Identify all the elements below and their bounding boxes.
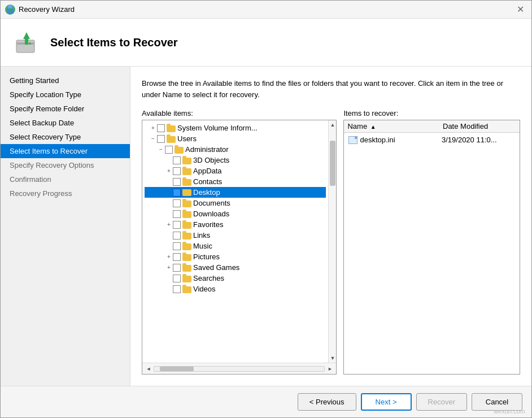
sidebar-item-specify-options: Specify Recovery Options bbox=[1, 158, 130, 172]
expander-appdata[interactable]: + bbox=[165, 167, 173, 175]
scroll-right-button[interactable]: ► bbox=[326, 364, 334, 373]
folder-icon-desktop bbox=[182, 189, 191, 196]
label-music: Music bbox=[193, 242, 212, 250]
folder-icon-pictures bbox=[182, 254, 191, 261]
sort-icon: ▲ bbox=[370, 124, 376, 130]
checkbox-music[interactable] bbox=[173, 242, 181, 250]
checkbox-contacts[interactable] bbox=[173, 178, 181, 186]
folder-icon-documents bbox=[182, 201, 191, 207]
sidebar-item-select-recovery-type[interactable]: Select Recovery Type bbox=[1, 130, 130, 144]
sidebar-item-select-items[interactable]: Select Items to Recover bbox=[1, 144, 130, 158]
wizard-header-icon bbox=[12, 28, 41, 57]
tree-item-pictures[interactable]: + Pictures bbox=[145, 251, 326, 262]
scroll-thumb[interactable] bbox=[330, 141, 335, 186]
folder-icon-favorites bbox=[182, 222, 191, 229]
recover-panel-wrapper: Items to recover: Name ▲ Date Modified bbox=[343, 109, 520, 375]
tree-item-searches[interactable]: + Searches bbox=[145, 273, 326, 284]
scroll-left-button[interactable]: ◄ bbox=[145, 364, 152, 373]
label-downloads: Downloads bbox=[193, 210, 229, 218]
checkbox-saved-games[interactable] bbox=[173, 264, 181, 272]
tree-item-appdata[interactable]: + AppData bbox=[145, 166, 326, 176]
checkbox-links[interactable] bbox=[173, 232, 181, 240]
tree-item-desktop[interactable]: + Desktop bbox=[145, 187, 326, 198]
recover-panel: Name ▲ Date Modified bbox=[343, 120, 520, 375]
checkbox-downloads[interactable] bbox=[173, 210, 181, 218]
sidebar-item-specify-remote[interactable]: Specify Remote Folder bbox=[1, 102, 130, 116]
checkbox-pictures[interactable] bbox=[173, 253, 181, 261]
label-administrator: Administrator bbox=[185, 145, 229, 154]
expander-system-volume[interactable]: + bbox=[149, 124, 157, 132]
checkbox-desktop[interactable] bbox=[173, 189, 181, 197]
sidebar-item-specify-location[interactable]: Specify Location Type bbox=[1, 88, 130, 102]
wizard-title: Select Items to Recover bbox=[50, 36, 178, 49]
checkbox-users[interactable] bbox=[157, 135, 165, 143]
tree-item-music[interactable]: + Music bbox=[145, 241, 326, 251]
recover-button[interactable]: Recover bbox=[416, 393, 467, 411]
label-videos: Videos bbox=[193, 285, 216, 293]
tree-item-favorites[interactable]: + Favorites bbox=[145, 219, 326, 230]
tree-item-saved-games[interactable]: + Saved Games bbox=[145, 262, 326, 273]
checkbox-searches[interactable] bbox=[173, 275, 181, 282]
scroll-up-button[interactable]: ▲ bbox=[329, 120, 337, 129]
tree-item-videos[interactable]: + Videos bbox=[145, 284, 326, 294]
folder-icon-users bbox=[167, 136, 176, 143]
tree-vertical-scrollbar[interactable]: ▲ ▼ bbox=[328, 120, 336, 363]
label-3d-objects: 3D Objects bbox=[193, 156, 229, 164]
checkbox-administrator[interactable] bbox=[165, 146, 173, 154]
h-scrollbar-track[interactable] bbox=[154, 366, 325, 372]
available-panel: + System Volume Inform... − bbox=[142, 120, 337, 375]
expander-users[interactable]: − bbox=[149, 135, 157, 143]
folder-icon-saved-games bbox=[182, 265, 191, 272]
label-documents: Documents bbox=[193, 199, 230, 207]
checkbox-videos[interactable] bbox=[173, 285, 181, 293]
folder-icon-administrator bbox=[175, 147, 184, 154]
checkbox-favorites[interactable] bbox=[173, 221, 181, 229]
scroll-down-button[interactable]: ▼ bbox=[329, 354, 337, 363]
previous-button[interactable]: < Previous bbox=[298, 393, 356, 411]
checkbox-appdata[interactable] bbox=[173, 167, 181, 175]
label-pictures: Pictures bbox=[193, 252, 220, 261]
tree-item-system-volume[interactable]: + System Volume Inform... bbox=[145, 123, 326, 133]
sidebar: Getting Started Specify Location Type Sp… bbox=[1, 67, 130, 386]
checkbox-system-volume[interactable] bbox=[157, 124, 165, 132]
checkbox-documents[interactable] bbox=[173, 199, 181, 207]
list-item[interactable]: desktop.ini 3/19/2020 11:0... bbox=[345, 134, 518, 146]
folder-icon-videos bbox=[182, 286, 191, 293]
recover-list: desktop.ini 3/19/2020 11:0... bbox=[344, 133, 520, 374]
list-item-name: desktop.ini bbox=[348, 136, 442, 144]
file-type-icon bbox=[348, 136, 357, 144]
label-links: Links bbox=[193, 231, 210, 240]
tree-item-administrator[interactable]: − Administrator bbox=[145, 144, 326, 155]
tree-item-links[interactable]: + Links bbox=[145, 230, 326, 241]
tree-item-downloads[interactable]: + Downloads bbox=[145, 208, 326, 219]
label-system-volume: System Volume Inform... bbox=[177, 124, 258, 132]
folder-icon-music bbox=[182, 243, 191, 250]
tree-item-documents[interactable]: + Documents bbox=[145, 198, 326, 208]
checkbox-3d-objects[interactable] bbox=[173, 156, 181, 164]
h-scrollbar-thumb[interactable] bbox=[160, 367, 194, 371]
next-button[interactable]: Next > bbox=[361, 393, 412, 411]
close-button[interactable]: ✕ bbox=[513, 3, 527, 16]
sidebar-item-select-backup[interactable]: Select Backup Date bbox=[1, 116, 130, 130]
title-bar: Recovery Wizard ✕ bbox=[1, 1, 531, 19]
sidebar-item-getting-started[interactable]: Getting Started bbox=[1, 73, 130, 88]
label-saved-games: Saved Games bbox=[193, 263, 239, 272]
tree-horizontal-scrollbar[interactable]: ◄ ► bbox=[142, 363, 336, 374]
svg-point-4 bbox=[29, 42, 31, 45]
label-desktop: Desktop bbox=[193, 188, 220, 197]
panels-area: Available items: + System Volume I bbox=[142, 109, 520, 375]
expander-administrator[interactable]: − bbox=[157, 146, 165, 154]
tree-container[interactable]: + System Volume Inform... − bbox=[142, 120, 328, 363]
sidebar-item-confirmation: Confirmation bbox=[1, 172, 130, 186]
tree-item-users[interactable]: − Users bbox=[145, 133, 326, 144]
list-item-date: 3/19/2020 11:0... bbox=[442, 136, 515, 144]
folder-icon-contacts bbox=[182, 179, 191, 186]
expander-favorites[interactable]: + bbox=[165, 221, 173, 229]
expander-pictures[interactable]: + bbox=[165, 253, 173, 261]
list-header: Name ▲ Date Modified bbox=[344, 120, 520, 133]
tree-item-3d-objects[interactable]: + 3D Objects bbox=[145, 155, 326, 166]
recovery-wizard-window: Recovery Wizard ✕ Select Items to Recove… bbox=[0, 0, 532, 418]
footer: < Previous Next > Recover Cancel bbox=[1, 386, 531, 417]
tree-item-contacts[interactable]: + Contacts bbox=[145, 176, 326, 187]
expander-saved-games[interactable]: + bbox=[165, 264, 173, 272]
